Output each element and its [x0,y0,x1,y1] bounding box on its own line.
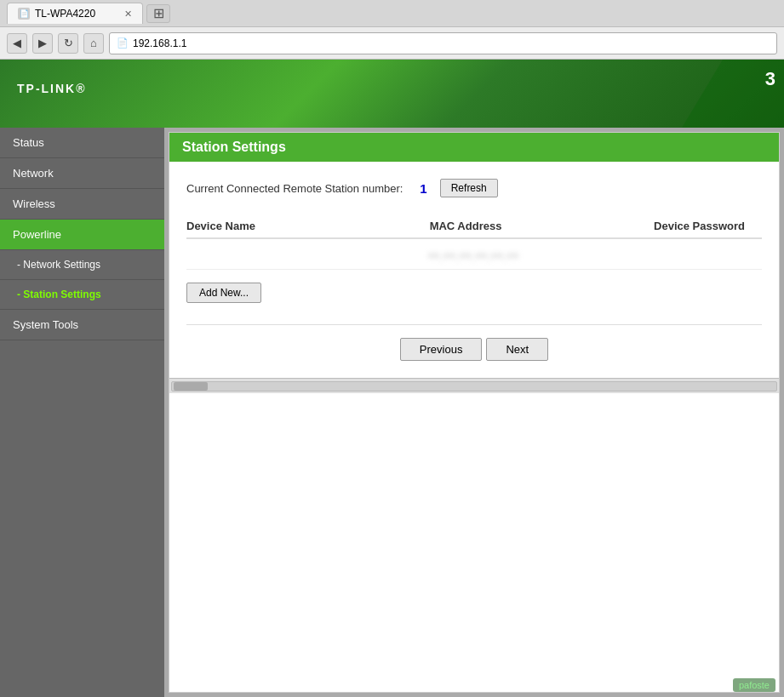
main-area: Status Network Wireless Powerline - Netw… [0,128,784,697]
sidebar-item-network-settings[interactable]: - Network Settings [0,250,164,280]
browser-chrome: 📄 TL-WPA4220 ✕ ⊞ ◀ ▶ ↻ ⌂ 📄 192.168.1.1 [0,0,784,60]
next-button[interactable]: Next [486,338,548,361]
sidebar-item-status[interactable]: Status [0,128,164,158]
bottom-scrollbar[interactable] [169,378,779,393]
add-new-button[interactable]: Add New... [186,283,261,303]
tplink-logo: TP-LINK® [17,76,87,111]
browser-titlebar: 📄 TL-WPA4220 ✕ ⊞ [0,0,784,27]
scrollbar-thumb [174,382,208,391]
tplink-header: TP-LINK® 3 [0,60,784,128]
previous-button[interactable]: Previous [400,338,483,361]
page-title: Station Settings [182,140,766,155]
sidebar-item-powerline[interactable]: Powerline [0,220,164,250]
address-page-icon: 📄 [117,37,129,49]
content-inner: Station Settings Current Connected Remot… [169,133,779,378]
col-device-name-header: Device Name [186,220,373,232]
refresh-button[interactable]: Refresh [440,179,498,197]
sidebar: Status Network Wireless Powerline - Netw… [0,128,164,697]
station-count: 1 [420,181,426,196]
header-number: 3 [765,68,775,90]
reload-button[interactable]: ↻ [58,33,78,54]
logo-mark: ® [76,82,86,95]
back-button[interactable]: ◀ [7,33,27,54]
scrollbar-track [171,381,777,391]
col-password-header: Device Password [558,220,762,232]
browser-tab[interactable]: 📄 TL-WPA4220 ✕ [7,3,143,24]
logo-text: TP-LINK [17,82,76,95]
url-text: 192.168.1.1 [133,37,186,49]
sidebar-item-wireless[interactable]: Wireless [0,189,164,220]
browser-toolbar: ◀ ▶ ↻ ⌂ 📄 192.168.1.1 [0,27,784,60]
address-bar[interactable]: 📄 192.168.1.1 [109,32,777,54]
tab-favicon: 📄 [18,8,30,20]
sidebar-item-network[interactable]: Network [0,158,164,189]
new-tab-icon: ⊞ [153,5,164,21]
mac-address-value: **:**:**:**:**:** [429,252,520,264]
station-info-row: Current Connected Remote Station number:… [186,179,762,197]
page-title-bar: Station Settings [169,133,779,162]
table-row: **:**:**:**:**:** [186,246,762,270]
sidebar-item-station-settings[interactable]: - Station Settings [0,280,164,310]
tab-title: TL-WPA4220 [35,8,95,20]
tab-close-button[interactable]: ✕ [124,9,132,20]
forward-button[interactable]: ▶ [32,33,53,54]
station-label: Current Connected Remote Station number: [186,182,403,195]
watermark: pafoste [733,678,775,692]
section-divider [186,324,762,325]
home-button[interactable]: ⌂ [83,33,104,54]
table-header: Device Name MAC Address Device Password [186,214,762,239]
content-area: Station Settings Current Connected Remot… [169,132,780,693]
new-tab-button[interactable]: ⊞ [146,4,170,23]
content-body: Current Connected Remote Station number:… [169,162,779,378]
sidebar-item-system-tools[interactable]: System Tools [0,310,164,340]
page-wrapper: TP-LINK® 3 Status Network Wireless Power… [0,60,784,697]
cell-mac-address: **:**:**:**:**:** [378,251,569,264]
pagination: Previous Next [186,338,762,361]
col-mac-header: MAC Address [373,220,559,232]
